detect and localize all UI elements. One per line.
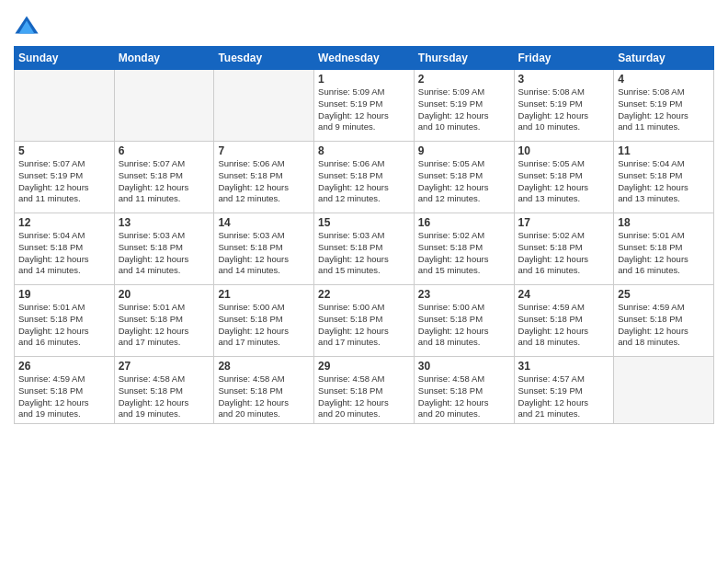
calendar-cell bbox=[214, 70, 314, 142]
day-info: Sunrise: 5:05 AM Sunset: 5:18 PM Dayligh… bbox=[518, 158, 610, 205]
header-cell-saturday: Saturday bbox=[614, 47, 714, 70]
day-info: Sunrise: 5:01 AM Sunset: 5:18 PM Dayligh… bbox=[18, 302, 110, 349]
calendar-cell: 24Sunrise: 4:59 AM Sunset: 5:18 PM Dayli… bbox=[514, 285, 614, 357]
day-number: 30 bbox=[418, 360, 510, 373]
day-info: Sunrise: 4:59 AM Sunset: 5:18 PM Dayligh… bbox=[618, 302, 710, 349]
calendar-cell: 14Sunrise: 5:03 AM Sunset: 5:18 PM Dayli… bbox=[214, 213, 314, 285]
day-number: 16 bbox=[418, 216, 510, 229]
calendar-cell: 2Sunrise: 5:09 AM Sunset: 5:19 PM Daylig… bbox=[414, 70, 514, 142]
calendar-cell: 25Sunrise: 4:59 AM Sunset: 5:18 PM Dayli… bbox=[614, 285, 714, 357]
calendar-body: 1Sunrise: 5:09 AM Sunset: 5:19 PM Daylig… bbox=[15, 70, 714, 424]
day-number: 8 bbox=[318, 144, 410, 157]
day-number: 20 bbox=[119, 288, 210, 301]
calendar-cell: 4Sunrise: 5:08 AM Sunset: 5:19 PM Daylig… bbox=[614, 70, 714, 142]
day-number: 26 bbox=[18, 360, 110, 373]
day-number: 25 bbox=[618, 288, 710, 301]
calendar-cell bbox=[614, 357, 714, 424]
day-number: 11 bbox=[618, 144, 710, 157]
day-info: Sunrise: 5:09 AM Sunset: 5:19 PM Dayligh… bbox=[318, 86, 410, 133]
calendar-cell: 8Sunrise: 5:06 AM Sunset: 5:18 PM Daylig… bbox=[314, 142, 415, 213]
calendar-cell: 18Sunrise: 5:01 AM Sunset: 5:18 PM Dayli… bbox=[614, 213, 714, 285]
day-info: Sunrise: 5:03 AM Sunset: 5:18 PM Dayligh… bbox=[218, 230, 310, 277]
day-number: 6 bbox=[119, 144, 210, 157]
day-number: 13 bbox=[119, 216, 210, 229]
calendar-cell: 13Sunrise: 5:03 AM Sunset: 5:18 PM Dayli… bbox=[114, 213, 214, 285]
header-cell-thursday: Thursday bbox=[414, 47, 514, 70]
day-info: Sunrise: 5:00 AM Sunset: 5:18 PM Dayligh… bbox=[218, 302, 310, 349]
day-info: Sunrise: 5:08 AM Sunset: 5:19 PM Dayligh… bbox=[518, 86, 610, 133]
day-info: Sunrise: 4:58 AM Sunset: 5:18 PM Dayligh… bbox=[318, 373, 410, 420]
day-number: 29 bbox=[318, 360, 410, 373]
calendar-cell: 26Sunrise: 4:59 AM Sunset: 5:18 PM Dayli… bbox=[15, 357, 115, 424]
calendar-cell: 7Sunrise: 5:06 AM Sunset: 5:18 PM Daylig… bbox=[214, 142, 314, 213]
day-info: Sunrise: 5:00 AM Sunset: 5:18 PM Dayligh… bbox=[318, 302, 410, 349]
day-info: Sunrise: 5:05 AM Sunset: 5:18 PM Dayligh… bbox=[418, 158, 510, 205]
calendar-cell: 12Sunrise: 5:04 AM Sunset: 5:18 PM Dayli… bbox=[15, 213, 115, 285]
calendar-table: SundayMondayTuesdayWednesdayThursdayFrid… bbox=[14, 46, 714, 424]
day-info: Sunrise: 5:02 AM Sunset: 5:18 PM Dayligh… bbox=[518, 230, 610, 277]
calendar-cell: 5Sunrise: 5:07 AM Sunset: 5:19 PM Daylig… bbox=[15, 142, 115, 213]
calendar-cell bbox=[15, 70, 115, 142]
day-number: 19 bbox=[18, 288, 110, 301]
day-info: Sunrise: 4:57 AM Sunset: 5:19 PM Dayligh… bbox=[518, 373, 610, 420]
day-info: Sunrise: 5:08 AM Sunset: 5:19 PM Dayligh… bbox=[618, 86, 710, 133]
calendar-cell: 23Sunrise: 5:00 AM Sunset: 5:18 PM Dayli… bbox=[414, 285, 514, 357]
header-cell-sunday: Sunday bbox=[15, 47, 115, 70]
day-number: 31 bbox=[518, 360, 610, 373]
day-info: Sunrise: 5:01 AM Sunset: 5:18 PM Dayligh… bbox=[618, 230, 710, 277]
calendar-cell: 3Sunrise: 5:08 AM Sunset: 5:19 PM Daylig… bbox=[514, 70, 614, 142]
day-info: Sunrise: 4:59 AM Sunset: 5:18 PM Dayligh… bbox=[18, 373, 110, 420]
calendar-cell: 22Sunrise: 5:00 AM Sunset: 5:18 PM Dayli… bbox=[314, 285, 415, 357]
calendar-week-4: 19Sunrise: 5:01 AM Sunset: 5:18 PM Dayli… bbox=[15, 285, 714, 357]
day-number: 27 bbox=[119, 360, 210, 373]
header-cell-wednesday: Wednesday bbox=[314, 47, 415, 70]
day-info: Sunrise: 5:01 AM Sunset: 5:18 PM Dayligh… bbox=[119, 302, 210, 349]
day-info: Sunrise: 5:09 AM Sunset: 5:19 PM Dayligh… bbox=[418, 86, 510, 133]
day-info: Sunrise: 5:04 AM Sunset: 5:18 PM Dayligh… bbox=[618, 158, 710, 205]
day-info: Sunrise: 5:07 AM Sunset: 5:18 PM Dayligh… bbox=[119, 158, 210, 205]
header-cell-tuesday: Tuesday bbox=[214, 47, 314, 70]
day-info: Sunrise: 5:03 AM Sunset: 5:18 PM Dayligh… bbox=[119, 230, 210, 277]
day-number: 24 bbox=[518, 288, 610, 301]
calendar-week-1: 1Sunrise: 5:09 AM Sunset: 5:19 PM Daylig… bbox=[15, 70, 714, 142]
day-number: 5 bbox=[18, 144, 110, 157]
page-container: SundayMondayTuesdayWednesdayThursdayFrid… bbox=[0, 0, 728, 563]
day-number: 1 bbox=[318, 73, 410, 86]
day-info: Sunrise: 4:59 AM Sunset: 5:18 PM Dayligh… bbox=[518, 302, 610, 349]
day-number: 3 bbox=[518, 73, 610, 86]
calendar-cell bbox=[114, 70, 214, 142]
calendar-header: SundayMondayTuesdayWednesdayThursdayFrid… bbox=[15, 47, 714, 70]
calendar-cell: 29Sunrise: 4:58 AM Sunset: 5:18 PM Dayli… bbox=[314, 357, 415, 424]
day-info: Sunrise: 4:58 AM Sunset: 5:18 PM Dayligh… bbox=[418, 373, 510, 420]
day-info: Sunrise: 5:02 AM Sunset: 5:18 PM Dayligh… bbox=[418, 230, 510, 277]
day-number: 14 bbox=[218, 216, 310, 229]
calendar-cell: 6Sunrise: 5:07 AM Sunset: 5:18 PM Daylig… bbox=[114, 142, 214, 213]
day-number: 21 bbox=[218, 288, 310, 301]
header-cell-monday: Monday bbox=[114, 47, 214, 70]
day-number: 15 bbox=[318, 216, 410, 229]
calendar-cell: 11Sunrise: 5:04 AM Sunset: 5:18 PM Dayli… bbox=[614, 142, 714, 213]
calendar-week-3: 12Sunrise: 5:04 AM Sunset: 5:18 PM Dayli… bbox=[15, 213, 714, 285]
day-number: 10 bbox=[518, 144, 610, 157]
day-number: 18 bbox=[618, 216, 710, 229]
day-info: Sunrise: 4:58 AM Sunset: 5:18 PM Dayligh… bbox=[218, 373, 310, 420]
day-info: Sunrise: 5:04 AM Sunset: 5:18 PM Dayligh… bbox=[18, 230, 110, 277]
calendar-cell: 19Sunrise: 5:01 AM Sunset: 5:18 PM Dayli… bbox=[15, 285, 115, 357]
header-cell-friday: Friday bbox=[514, 47, 614, 70]
logo bbox=[14, 13, 43, 39]
day-info: Sunrise: 4:58 AM Sunset: 5:18 PM Dayligh… bbox=[119, 373, 210, 420]
day-number: 2 bbox=[418, 73, 510, 86]
calendar-cell: 31Sunrise: 4:57 AM Sunset: 5:19 PM Dayli… bbox=[514, 357, 614, 424]
header-row: SundayMondayTuesdayWednesdayThursdayFrid… bbox=[15, 47, 714, 70]
calendar-cell: 20Sunrise: 5:01 AM Sunset: 5:18 PM Dayli… bbox=[114, 285, 214, 357]
day-number: 12 bbox=[18, 216, 110, 229]
calendar-cell: 27Sunrise: 4:58 AM Sunset: 5:18 PM Dayli… bbox=[114, 357, 214, 424]
day-info: Sunrise: 5:00 AM Sunset: 5:18 PM Dayligh… bbox=[418, 302, 510, 349]
header bbox=[14, 9, 714, 39]
day-number: 17 bbox=[518, 216, 610, 229]
day-number: 7 bbox=[218, 144, 310, 157]
day-number: 4 bbox=[618, 73, 710, 86]
calendar-cell: 30Sunrise: 4:58 AM Sunset: 5:18 PM Dayli… bbox=[414, 357, 514, 424]
logo-icon bbox=[14, 13, 40, 39]
day-number: 28 bbox=[218, 360, 310, 373]
